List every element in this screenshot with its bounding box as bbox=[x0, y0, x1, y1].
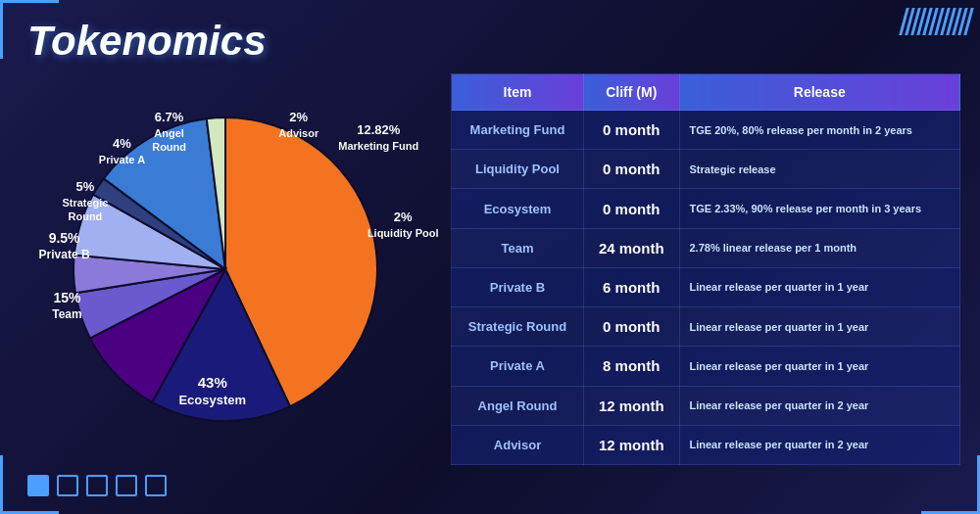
cell-cliff: 0 month bbox=[584, 307, 680, 347]
cell-item: Team bbox=[452, 228, 584, 267]
cell-cliff: 0 month bbox=[584, 111, 680, 150]
label-team: 15%Team bbox=[52, 289, 81, 322]
cell-item: Angel Round bbox=[452, 386, 584, 425]
cell-item: Marketing Fund bbox=[452, 111, 584, 150]
page-title: Tokenomics bbox=[27, 18, 267, 65]
cell-item: Strategic Round bbox=[452, 307, 584, 347]
main-content: 43%Ecosystem 15%Team 9.5%Private B 5%Str… bbox=[20, 73, 960, 465]
table-row: Liquidity Pool 0 month Strategic release bbox=[452, 150, 960, 189]
tokenomics-table: Item Cliff (M) Release Marketing Fund 0 … bbox=[451, 73, 960, 465]
cell-release: 2.78% linear release per 1 month bbox=[679, 228, 960, 267]
table-row: Advisor 12 month Linear release per quar… bbox=[452, 425, 960, 464]
cell-cliff: 12 month bbox=[584, 386, 680, 425]
slide-dot-4[interactable] bbox=[145, 475, 167, 496]
cell-release: Linear release per quarter in 1 year bbox=[679, 267, 960, 306]
table-row: Team 24 month 2.78% linear release per 1… bbox=[452, 228, 960, 267]
cell-item: Advisor bbox=[452, 425, 584, 464]
table-row: Private B 6 month Linear release per qua… bbox=[452, 267, 960, 306]
table-row: Marketing Fund 0 month TGE 20%, 80% rele… bbox=[452, 111, 960, 150]
pie-chart: 43%Ecosystem 15%Team 9.5%Private B 5%Str… bbox=[59, 103, 392, 436]
cell-cliff: 6 month bbox=[584, 267, 680, 306]
col-header-release: Release bbox=[679, 74, 960, 111]
cell-item: Private B bbox=[452, 267, 584, 306]
table-row: Angel Round 12 month Linear release per … bbox=[452, 386, 960, 425]
label-marketing: 12.82%Marketing Fund bbox=[338, 122, 418, 153]
cell-item: Ecosystem bbox=[452, 189, 584, 228]
cell-release: Linear release per quarter in 2 year bbox=[679, 386, 960, 425]
table-row: Private A 8 month Linear release per qua… bbox=[452, 347, 960, 386]
cell-release: Linear release per quarter in 2 year bbox=[679, 425, 960, 464]
table-section: Item Cliff (M) Release Marketing Fund 0 … bbox=[451, 73, 960, 465]
cell-release: Linear release per quarter in 1 year bbox=[679, 307, 960, 347]
slide-dot-3[interactable] bbox=[116, 475, 137, 496]
label-liquidity: 2%Liquidity Pool bbox=[368, 210, 439, 240]
cell-release: TGE 20%, 80% release per month in 2 year… bbox=[679, 111, 960, 150]
label-private-b: 9.5%Private B bbox=[39, 229, 90, 262]
label-private-a: 4%Private A bbox=[99, 136, 145, 166]
hatch-decoration bbox=[903, 8, 970, 35]
label-strategic: 5%StrategicRound bbox=[62, 179, 108, 223]
label-ecosystem: 43%Ecosystem bbox=[178, 373, 246, 409]
col-header-item: Item bbox=[452, 74, 584, 111]
chart-section: 43%Ecosystem 15%Team 9.5%Private B 5%Str… bbox=[20, 73, 431, 465]
table-row: Strategic Round 0 month Linear release p… bbox=[452, 307, 960, 347]
cell-cliff: 0 month bbox=[584, 150, 680, 189]
label-angel: 6.7%AngelRound bbox=[152, 110, 186, 154]
cell-release: TGE 2.33%, 90% release per month in 3 ye… bbox=[679, 189, 960, 228]
slide-dot-2[interactable] bbox=[86, 475, 108, 496]
cell-release: Strategic release bbox=[679, 150, 960, 189]
slide-indicators bbox=[27, 475, 167, 496]
table-row: Ecosystem 0 month TGE 2.33%, 90% release… bbox=[452, 189, 960, 228]
col-header-cliff: Cliff (M) bbox=[584, 74, 680, 111]
cell-cliff: 0 month bbox=[584, 189, 680, 228]
cell-item: Private A bbox=[452, 347, 584, 386]
cell-cliff: 24 month bbox=[584, 228, 680, 267]
cell-release: Linear release per quarter in 1 year bbox=[679, 347, 960, 386]
label-advisor: 2%Advisor bbox=[278, 110, 318, 140]
slide-dot-0[interactable] bbox=[27, 475, 49, 496]
cell-item: Liquidity Pool bbox=[452, 150, 584, 189]
cell-cliff: 12 month bbox=[584, 425, 680, 464]
cell-cliff: 8 month bbox=[584, 347, 680, 386]
slide-dot-1[interactable] bbox=[57, 475, 78, 496]
